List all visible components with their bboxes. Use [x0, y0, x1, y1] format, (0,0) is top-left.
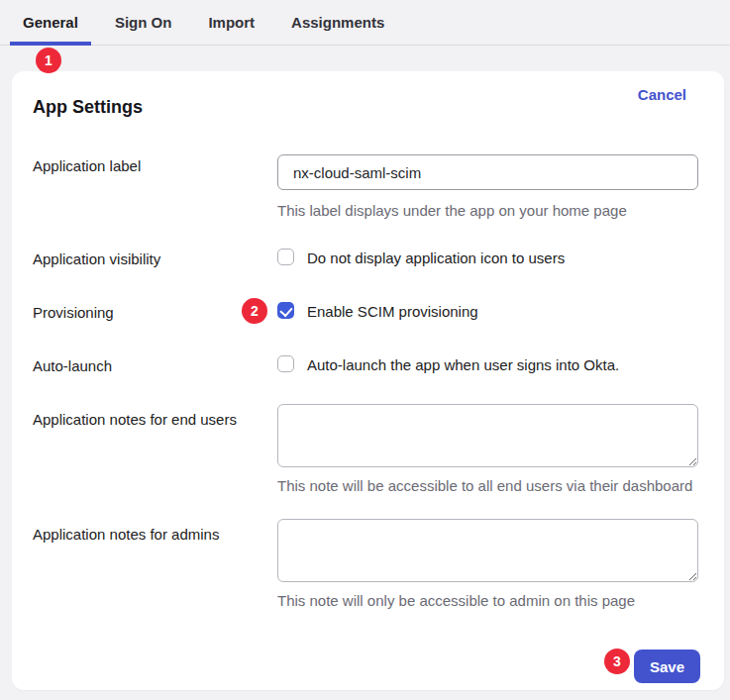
page-title: App Settings — [33, 95, 143, 119]
notes-admins-textarea[interactable] — [277, 519, 698, 582]
save-button[interactable]: Save — [634, 650, 700, 683]
application-visibility-checkbox-label[interactable]: Do not display application icon to users — [307, 250, 565, 267]
application-label-field-label: Application label — [33, 156, 141, 176]
tab-bar: General Sign On Import Assignments — [0, 0, 730, 46]
auto-launch-field-label: Auto-launch — [33, 356, 112, 376]
application-visibility-checkbox[interactable] — [277, 249, 294, 265]
enable-scim-provisioning-checkbox-label[interactable]: Enable SCIM provisioning — [307, 303, 478, 321]
app-settings-card: App Settings Cancel Application label Th… — [12, 71, 724, 690]
application-label-input[interactable] — [277, 154, 698, 190]
annotation-step-1-badge: 1 — [36, 48, 61, 73]
notes-end-users-helper-text: This note will be accessible to all end … — [277, 476, 692, 496]
provisioning-field-label: Provisioning — [33, 303, 114, 323]
tab-sign-on[interactable]: Sign On — [102, 0, 185, 45]
auto-launch-checkbox[interactable] — [277, 355, 294, 372]
tab-general[interactable]: General — [10, 0, 91, 45]
cancel-link[interactable]: Cancel — [638, 85, 686, 105]
auto-launch-checkbox-label[interactable]: Auto-launch the app when user signs into… — [307, 356, 619, 374]
notes-end-users-field-label: Application notes for end users — [33, 410, 237, 430]
tab-import[interactable]: Import — [195, 0, 267, 45]
notes-end-users-textarea[interactable] — [277, 404, 698, 467]
application-label-helper-text: This label displays under the app on you… — [277, 201, 627, 221]
annotation-step-2-badge: 2 — [242, 298, 267, 324]
application-visibility-field-label: Application visibility — [33, 250, 160, 269]
tab-assignments[interactable]: Assignments — [278, 0, 397, 45]
annotation-step-3-badge: 3 — [604, 649, 630, 674]
notes-admins-helper-text: This note will only be accessible to adm… — [277, 591, 635, 611]
notes-admins-field-label: Application notes for admins — [33, 525, 219, 545]
enable-scim-provisioning-checkbox[interactable] — [277, 302, 294, 319]
app-settings-page: General Sign On Import Assignments 1 App… — [0, 0, 730, 700]
